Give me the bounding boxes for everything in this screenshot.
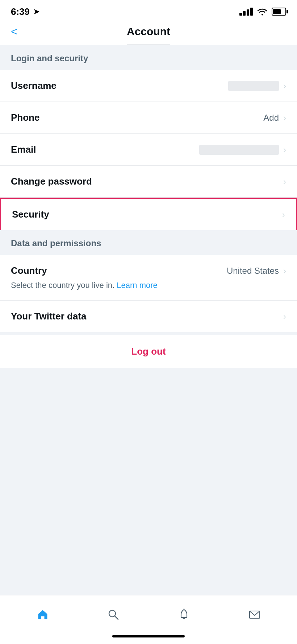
page-title: Account	[127, 25, 170, 38]
country-item[interactable]: Country United States › Select the count…	[0, 255, 297, 301]
location-icon: ➤	[33, 7, 39, 16]
twitter-data-right: ›	[283, 311, 286, 322]
twitter-data-label: Your Twitter data	[11, 311, 87, 322]
home-indicator	[0, 631, 297, 644]
username-value	[228, 81, 279, 91]
username-row[interactable]: Username ›	[0, 70, 297, 102]
search-icon	[105, 607, 121, 623]
change-password-label: Change password	[11, 176, 92, 187]
username-label: Username	[11, 80, 57, 91]
back-button[interactable]: <	[11, 25, 17, 38]
svg-line-1	[115, 616, 118, 619]
chevron-icon: ›	[282, 210, 285, 220]
chevron-icon: ›	[283, 145, 286, 155]
chevron-icon: ›	[283, 81, 286, 91]
title-underline	[127, 44, 170, 45]
country-label: Country	[11, 265, 47, 276]
security-label: Security	[12, 209, 49, 220]
chevron-icon: ›	[283, 266, 286, 276]
change-password-right: ›	[283, 177, 286, 187]
battery-icon	[272, 8, 286, 16]
learn-more-link[interactable]: Learn more	[117, 281, 158, 290]
login-security-list: Username › Phone Add › Email › Change pa…	[0, 70, 297, 230]
security-row[interactable]: Security ›	[0, 198, 297, 230]
home-indicator-bar	[112, 635, 185, 637]
status-time: 6:39 ➤	[11, 6, 39, 17]
section-header-text: Login and security	[11, 53, 88, 63]
tab-messages[interactable]	[239, 603, 270, 626]
phone-label: Phone	[11, 112, 39, 123]
status-icons	[239, 8, 286, 16]
status-bar: 6:39 ➤	[0, 0, 297, 22]
data-permissions-list: Country United States › Select the count…	[0, 255, 297, 332]
section-header-text-data: Data and permissions	[11, 238, 101, 248]
email-value	[199, 145, 279, 155]
chevron-icon: ›	[283, 311, 286, 322]
background-fill	[0, 368, 297, 595]
phone-row[interactable]: Phone Add ›	[0, 102, 297, 134]
email-label: Email	[11, 144, 36, 155]
chevron-icon: ›	[283, 177, 286, 187]
chevron-icon: ›	[283, 113, 286, 123]
country-value: United States	[227, 266, 279, 276]
section-header-login-security: Login and security	[0, 45, 297, 70]
tab-notifications[interactable]	[169, 603, 199, 626]
signal-strength-icon	[239, 8, 253, 16]
messages-icon	[247, 607, 263, 623]
security-right: ›	[282, 210, 285, 220]
change-password-row[interactable]: Change password ›	[0, 166, 297, 198]
phone-right: Add ›	[263, 113, 286, 123]
tab-bar	[0, 595, 297, 631]
tab-home[interactable]	[28, 603, 58, 626]
nav-header: < Account	[0, 22, 297, 45]
home-icon	[35, 607, 51, 623]
username-right: ›	[228, 81, 286, 91]
country-row[interactable]: Country United States ›	[0, 255, 297, 281]
email-row[interactable]: Email ›	[0, 134, 297, 166]
twitter-data-row[interactable]: Your Twitter data ›	[0, 301, 297, 332]
tab-search[interactable]	[98, 603, 129, 626]
wifi-icon	[257, 8, 267, 16]
logout-button[interactable]: Log out	[131, 346, 166, 357]
logout-container: Log out	[0, 335, 297, 368]
email-right: ›	[199, 145, 286, 155]
section-header-data-permissions: Data and permissions	[0, 230, 297, 255]
country-subtext: Select the country you live in. Learn mo…	[0, 281, 297, 301]
phone-value: Add	[263, 113, 279, 123]
notifications-icon	[176, 607, 192, 623]
country-right: United States ›	[227, 266, 286, 276]
